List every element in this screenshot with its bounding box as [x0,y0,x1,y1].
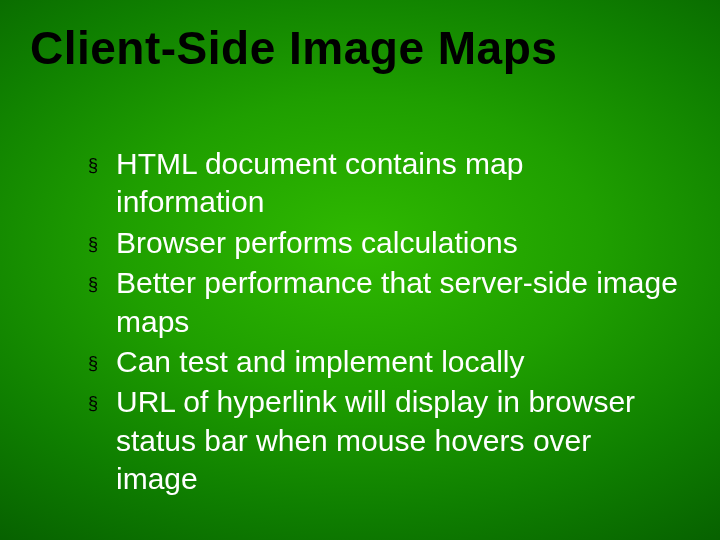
bullet-icon: § [88,392,116,415]
list-item: § HTML document contains map information [88,145,680,222]
list-item: § Can test and implement locally [88,343,680,381]
list-item: § URL of hyperlink will display in brows… [88,383,680,498]
bullet-icon: § [88,154,116,177]
bullet-text: Can test and implement locally [116,343,680,381]
bullet-icon: § [88,233,116,256]
list-item: § Better performance that server-side im… [88,264,680,341]
bullet-icon: § [88,273,116,296]
bullet-text: HTML document contains map information [116,145,680,222]
bullet-icon: § [88,352,116,375]
list-item: § Browser performs calculations [88,224,680,262]
slide-body: § HTML document contains map information… [88,145,680,540]
bullet-text: Better performance that server-side imag… [116,264,680,341]
bullet-text: Browser performs calculations [116,224,680,262]
slide: Client-Side Image Maps § HTML document c… [0,0,720,540]
bullet-text: URL of hyperlink will display in browser… [116,383,680,498]
slide-title: Client-Side Image Maps [30,24,690,72]
